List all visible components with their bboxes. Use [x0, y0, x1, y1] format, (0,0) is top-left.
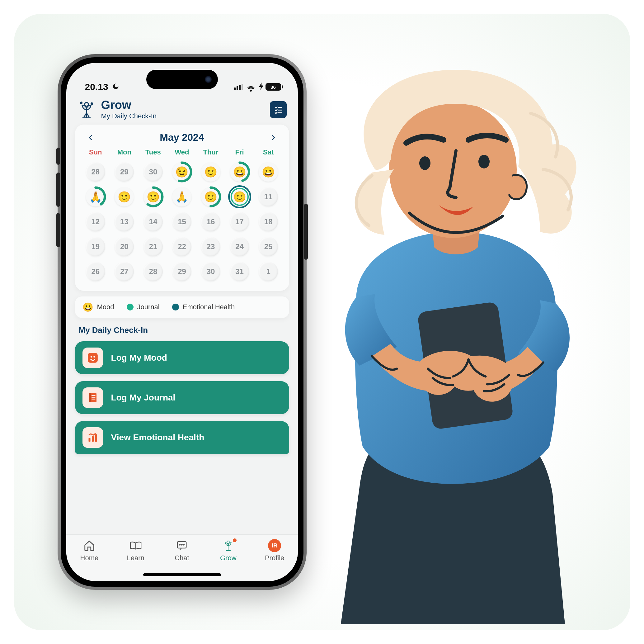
app-logo-icon [78, 101, 96, 119]
legend-mood: 😀Mood [82, 302, 114, 312]
calendar-day[interactable]: 30 [196, 259, 225, 284]
calendar-day[interactable]: 28 [81, 159, 110, 184]
calendar-day[interactable]: 🙂 [196, 184, 225, 209]
grow-icon [222, 539, 235, 552]
svg-rect-19 [92, 436, 94, 442]
nav-grow[interactable]: Grow [205, 539, 251, 562]
charging-icon [259, 82, 264, 92]
page-title: Grow [101, 99, 157, 111]
calendar-dow: Mon [110, 148, 139, 156]
calendar-day[interactable]: 24 [225, 234, 254, 259]
smile-icon: 😀 [82, 302, 93, 312]
svg-point-22 [180, 544, 181, 545]
view-emo-button[interactable]: View Emotional Health [75, 421, 289, 454]
calendar-day[interactable]: 17 [225, 209, 254, 234]
calendar-dow: Fri [225, 148, 254, 156]
chat-icon [175, 539, 188, 552]
wifi-icon [247, 84, 255, 90]
dynamic-island [146, 70, 218, 89]
cell-signal-icon [234, 84, 243, 90]
calendar-day[interactable]: 20 [110, 234, 139, 259]
calendar-day[interactable]: 25 [254, 234, 283, 259]
svg-point-23 [181, 544, 182, 545]
home-icon [83, 539, 96, 552]
svg-rect-18 [88, 438, 90, 442]
legend-emo-label: Emotional Health [183, 303, 235, 311]
calendar-day[interactable]: 🙂 [139, 184, 168, 209]
legend-emotional: Emotional Health [172, 303, 235, 311]
legend-mood-label: Mood [97, 303, 114, 311]
calendar-dow: Sat [254, 148, 283, 156]
cal-next-button[interactable] [267, 131, 280, 144]
home-indicator[interactable] [143, 573, 221, 576]
calendar-day[interactable]: 14 [139, 209, 168, 234]
log-journal-button[interactable]: Log My Journal [75, 381, 289, 414]
log-mood-button[interactable]: Log My Mood [75, 341, 289, 374]
nav-chat[interactable]: Chat [159, 539, 205, 562]
svg-point-14 [90, 356, 92, 358]
svg-rect-20 [95, 434, 97, 442]
legend-journal: Journal [127, 303, 160, 311]
phone-vol-up [56, 172, 60, 207]
calendar-body: 282930😉🙂😀😀🙏🙂🙂🙏🙂🙂111213141516171819202122… [81, 159, 283, 284]
calendar-day[interactable]: 27 [110, 259, 139, 284]
calendar-day[interactable]: 28 [139, 259, 168, 284]
calendar-day[interactable]: 29 [110, 159, 139, 184]
nav-label: Grow [220, 554, 237, 562]
phone-device: 20.13 36 [58, 54, 307, 590]
calendar-day[interactable]: 16 [196, 209, 225, 234]
calendar-day[interactable]: 15 [167, 209, 196, 234]
svg-point-2 [91, 103, 92, 104]
cal-prev-button[interactable] [84, 131, 97, 144]
calendar-day[interactable]: 13 [110, 209, 139, 234]
calendar-day[interactable]: 29 [167, 259, 196, 284]
calendar-day[interactable]: 🙏 [81, 184, 110, 209]
calendar-day[interactable]: 19 [81, 234, 110, 259]
svg-point-28 [478, 155, 490, 168]
avatar-icon: IR [268, 539, 281, 552]
page-subtitle: My Daily Check-In [101, 112, 157, 120]
calendar-day[interactable]: 😉 [167, 159, 196, 184]
checklist-button[interactable] [270, 101, 287, 118]
action-list: Log My Mood Log My Journal [75, 341, 289, 451]
chart-icon [82, 427, 103, 448]
nav-label: Home [80, 554, 99, 562]
calendar-day[interactable]: 🙂 [196, 159, 225, 184]
calendar-day[interactable]: 1 [254, 259, 283, 284]
calendar-card: May 2024 SunMonTuesWedThurFriSat 282930😉… [75, 125, 289, 291]
nav-label: Learn [127, 554, 144, 562]
calendar-day[interactable]: 22 [167, 234, 196, 259]
calendar-day[interactable]: 😀 [254, 159, 283, 184]
svg-point-24 [183, 544, 184, 545]
nav-home[interactable]: Home [66, 539, 113, 562]
mood-icon [82, 348, 103, 368]
calendar-day[interactable]: 30 [139, 159, 168, 184]
calendar-dow-row: SunMonTuesWedThurFriSat [81, 146, 283, 159]
nav-learn[interactable]: Learn [112, 539, 159, 562]
journal-icon [82, 388, 103, 408]
calendar-day[interactable]: 11 [254, 184, 283, 209]
calendar-title: May 2024 [160, 132, 204, 143]
calendar-legend: 😀Mood Journal Emotional Health [75, 296, 289, 318]
moon-icon [112, 82, 120, 92]
calendar-day[interactable]: 12 [81, 209, 110, 234]
promo-card: 20.13 36 [14, 14, 630, 630]
nav-profile[interactable]: IR Profile [251, 539, 298, 562]
status-time: 20.13 [85, 82, 108, 92]
svg-point-25 [227, 541, 229, 543]
calendar-day[interactable]: 23 [196, 234, 225, 259]
calendar-day[interactable]: 21 [139, 234, 168, 259]
calendar-dow: Wed [167, 148, 196, 156]
calendar-day[interactable]: 😀 [225, 159, 254, 184]
phone-screen: 20.13 36 [66, 63, 298, 581]
calendar-day[interactable]: 31 [225, 259, 254, 284]
calendar-day[interactable]: 18 [254, 209, 283, 234]
person-illustration [294, 57, 612, 624]
calendar-day[interactable]: 🙂 [110, 184, 139, 209]
svg-point-1 [80, 102, 82, 104]
calendar-day[interactable]: 🙏 [167, 184, 196, 209]
bottom-nav: Home Learn Chat [66, 534, 298, 581]
svg-point-15 [93, 356, 95, 358]
calendar-day[interactable]: 🙂 [225, 184, 254, 209]
calendar-day[interactable]: 26 [81, 259, 110, 284]
